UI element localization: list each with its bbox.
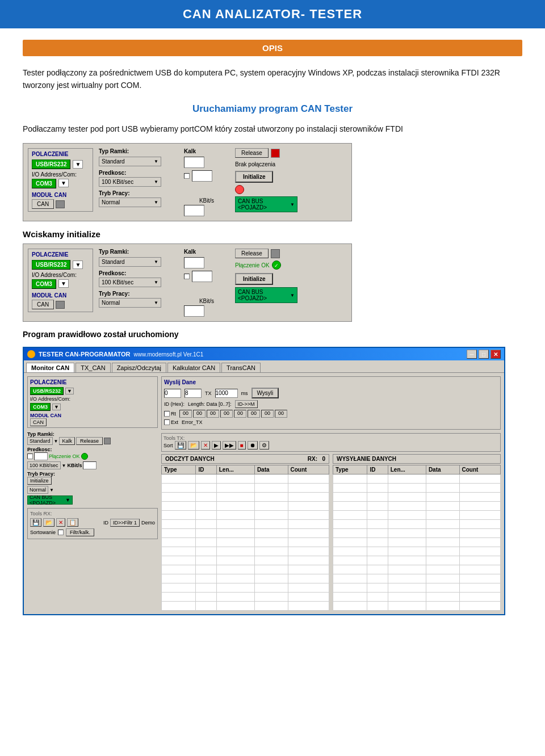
table-row (162, 565, 329, 574)
predkosc-label-1: Predkosc: (99, 170, 178, 176)
standard-dropdown-1[interactable]: Standard ▼ (99, 157, 161, 166)
rt-cb[interactable] (164, 411, 170, 417)
normal-dropdown-2[interactable]: Normal ▼ (99, 298, 161, 308)
table-row (333, 593, 501, 602)
app-usb-arrow[interactable]: ▼ (65, 388, 74, 394)
tx-open-btn[interactable]: 📂 (188, 441, 199, 450)
sort-cb[interactable] (58, 530, 64, 535)
tool-copy-btn[interactable]: 📋 (67, 518, 78, 527)
com3-dropdown-1[interactable]: ▼ (58, 179, 69, 187)
kbits-label-1: KBit/s (184, 198, 229, 204)
titlebar-title: TESTER CAN-PROGRAMATOR www.modernsoft.pl… (27, 350, 203, 358)
release-btn-2[interactable]: Release (235, 249, 269, 258)
initialize-btn-2[interactable]: Initialize (235, 273, 273, 285)
tab-zapisz[interactable]: Zapisz/Odczytaj (112, 363, 166, 372)
app-com3-btn[interactable]: COM3 (30, 403, 51, 411)
tools-tx-section: Tools TX: Sort 💾 📂 ✕ ▶ ▶▶ ■ ⏺ ⚙ (161, 433, 501, 452)
can-bus-dropdown-1[interactable]: CAN BUS <POJAZD> ▼ (235, 196, 297, 212)
tx-col-type: Type (333, 465, 367, 474)
status-sq-2 (271, 249, 280, 258)
usb-dropdown-2[interactable]: ▼ (73, 261, 83, 269)
tab-transcan[interactable]: TransCAN (221, 363, 261, 372)
table-row (333, 556, 501, 565)
table-row (333, 474, 501, 484)
minimize-btn[interactable]: ─ (467, 350, 477, 359)
kalk-box-1 (184, 157, 204, 168)
tx-save-btn[interactable]: 💾 (175, 441, 186, 450)
filtr-kalk-btn[interactable]: Filtr/kalk. (66, 528, 94, 536)
usb-dropdown-1[interactable]: ▼ (73, 160, 83, 169)
table-row (162, 538, 329, 547)
tab-monitor-can[interactable]: Monitor CAN (26, 363, 74, 372)
wysylj-btn[interactable]: Wysyli (251, 388, 279, 398)
app-titlebar: TESTER CAN-PROGRAMATOR www.modernsoft.pl… (24, 348, 504, 360)
app-polaczenie: POLACZENIE USB/RS232 ▼ I/O Address/Com: … (27, 376, 158, 428)
usb-rs232-btn-2[interactable]: USB/RS232 (32, 260, 70, 270)
app-kbit-dd[interactable]: 100 KBit/sec (27, 461, 61, 469)
tab-tx-can[interactable]: TX_CAN (76, 363, 110, 372)
kalk-cb-1[interactable] (184, 173, 190, 179)
table-row (333, 583, 501, 593)
normal-dropdown-1[interactable]: Normal ▼ (99, 198, 161, 207)
id-filter-btn[interactable]: ID>>Filtr 1 (110, 519, 140, 527)
wysylanie-title: WYSYŁANIE DANYCH (337, 456, 396, 462)
rx-col-len: Len... (216, 465, 254, 474)
can-bus-dropdown-2[interactable]: CAN BUS <POJAZD> ▼ (235, 287, 297, 303)
app-kalk-cb[interactable] (27, 453, 33, 459)
app-tabs: Monitor CAN TX_CAN Zapisz/Odczytaj Kalku… (24, 360, 504, 372)
panel1: POLACZENIE USB/RS232 ▼ I/O Address/Com: … (23, 143, 352, 221)
maximize-btn[interactable]: □ (479, 350, 489, 359)
usb-rs232-btn-1[interactable]: USB/RS232 (32, 159, 70, 169)
app-standard-arrow[interactable]: ▼ (54, 439, 58, 444)
com3-btn-2[interactable]: COM3 (32, 279, 56, 289)
app-initialize-btn[interactable]: Initialize (27, 477, 52, 485)
data-byte-1: 00 (193, 410, 206, 418)
right-section-1: Release Brak połączenia Initialize CAN B… (235, 148, 297, 212)
table-row (162, 511, 329, 520)
tab-kalkulator[interactable]: Kalkulator CAN (167, 363, 220, 372)
app-normal-dd[interactable]: Normal (27, 486, 48, 494)
tx-stop-btn[interactable]: ■ (238, 441, 246, 450)
id-m-btn[interactable]: ID->>M (235, 400, 258, 408)
app-com3-arrow[interactable]: ▼ (52, 404, 61, 410)
data-byte-4: 00 (234, 410, 246, 418)
tx-rec-btn[interactable]: ⏺ (248, 441, 258, 450)
id-input[interactable] (164, 389, 181, 398)
app-can-btn[interactable]: CAN (30, 418, 47, 426)
polaczenie-label-1: POLACZENIE (32, 151, 89, 157)
app-usb-btn[interactable]: USB/RS232 (30, 387, 64, 395)
kalk-box-3 (184, 257, 204, 268)
table-row (162, 520, 329, 529)
tx-len-input[interactable] (185, 389, 202, 398)
tx-play2-btn[interactable]: ▶▶ (223, 441, 236, 450)
table-row (162, 547, 329, 556)
kalk-cb-2[interactable] (184, 274, 190, 279)
app-normal-arrow[interactable]: ▼ (49, 488, 54, 493)
tx-del-btn[interactable]: ✕ (201, 441, 210, 450)
app-standard-dd[interactable]: Standard (27, 437, 53, 445)
com3-dropdown-2[interactable]: ▼ (58, 279, 69, 288)
can-btn-2[interactable]: CAN (32, 300, 54, 309)
can-btn-1[interactable]: CAN (32, 199, 54, 209)
initialize-btn-1[interactable]: Initialize (235, 171, 273, 183)
app-canbus-dd[interactable]: CAN BUS <POJAZD>▼ (27, 495, 73, 505)
tx-label: TX (205, 390, 212, 396)
tool-delete-btn[interactable]: ✕ (56, 518, 65, 527)
app-kbit-arrow[interactable]: ▼ (62, 463, 66, 468)
tx-col-len: Len... (388, 465, 426, 474)
table-row (162, 529, 329, 538)
standard-dropdown-2[interactable]: Standard ▼ (99, 257, 161, 267)
app-release-btn[interactable]: Release (76, 437, 103, 445)
data-byte-0: 00 (179, 410, 192, 418)
ext-cb[interactable] (164, 419, 170, 425)
kbit-dropdown-1[interactable]: 100 KBit/sec ▼ (99, 177, 161, 187)
tx-interval-input[interactable] (215, 389, 238, 398)
tx-settings-btn[interactable]: ⚙ (259, 441, 269, 450)
tx-play-btn[interactable]: ▶ (212, 441, 221, 450)
tool-open-btn[interactable]: 📂 (43, 518, 54, 527)
close-btn[interactable]: ✕ (491, 350, 501, 359)
release-btn-1[interactable]: Release (235, 148, 269, 158)
com3-btn-1[interactable]: COM3 (32, 179, 56, 188)
kbit-dropdown-2[interactable]: 100 KBit/sec ▼ (99, 278, 161, 287)
tool-save-btn[interactable]: 💾 (30, 518, 41, 527)
